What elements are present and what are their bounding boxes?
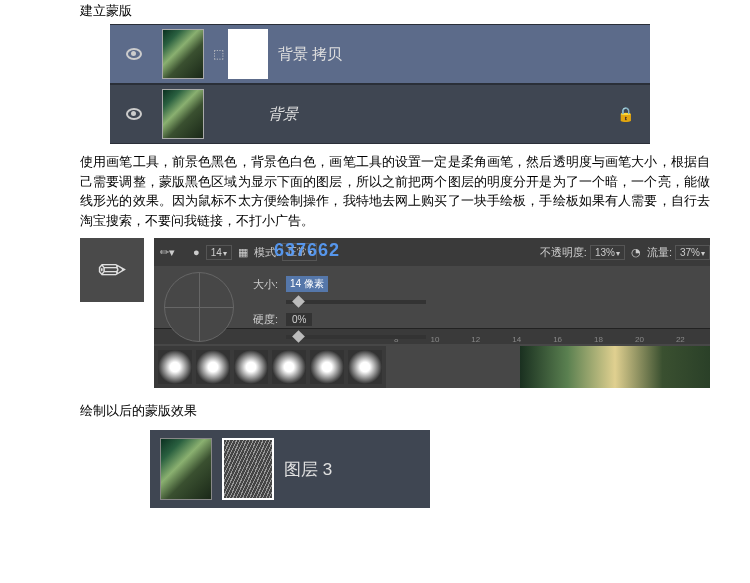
tool-preset-icon[interactable]: ✏▾ (160, 246, 175, 259)
visibility-toggle[interactable] (110, 48, 158, 60)
brush-angle-control[interactable] (164, 272, 234, 342)
layer-name[interactable]: 背景 拷贝 (278, 45, 650, 64)
brush-options-bar: 637662 ✏▾ ● 14 ▦ 模式: 正常 不透明度: 13% ◔ 流量: … (154, 238, 710, 388)
size-label: 大小: (244, 277, 278, 292)
layer-thumbnail[interactable] (162, 89, 204, 139)
flow-input[interactable]: 37% (675, 245, 710, 260)
tablet-pressure-opacity-icon[interactable]: ◔ (631, 246, 641, 259)
layers-panel: ⬚ 背景 拷贝 背景 🔒 (110, 24, 650, 144)
eye-icon (126, 108, 142, 120)
mask-thumbnail[interactable] (222, 438, 274, 500)
brush-size-dropdown[interactable]: 14 (206, 245, 232, 260)
layer-name[interactable]: 背景 (268, 105, 600, 124)
mask-link-icon[interactable]: ⬚ (208, 47, 228, 61)
opacity-input[interactable]: 13% (590, 245, 625, 260)
brush-preset[interactable] (158, 350, 192, 384)
layer-row-bg[interactable]: 背景 🔒 (110, 84, 650, 144)
layer-thumbnail[interactable] (160, 438, 212, 500)
flow-label: 流量: (647, 245, 672, 260)
layer-thumbnail[interactable] (162, 29, 204, 79)
heading-create-mask: 建立蒙版 (0, 0, 750, 24)
brush-preset[interactable] (196, 350, 230, 384)
brush-preset[interactable] (272, 350, 306, 384)
layer-name[interactable]: 图层 3 (284, 458, 332, 481)
brush-panel-icon[interactable]: ▦ (238, 246, 248, 259)
canvas-preview (520, 346, 710, 388)
brush-preset-list (154, 346, 386, 388)
hardness-value[interactable]: 0% (286, 313, 312, 326)
lock-icon: 🔒 (600, 106, 650, 122)
brush-preset[interactable] (348, 350, 382, 384)
hardness-label: 硬度: (244, 312, 278, 327)
opacity-label: 不透明度: (540, 245, 587, 260)
result-layer-row[interactable]: 图层 3 (150, 430, 430, 508)
hardness-slider[interactable] (286, 335, 426, 339)
layer-row-bg-copy[interactable]: ⬚ 背景 拷贝 (110, 24, 650, 84)
size-slider[interactable] (286, 300, 426, 304)
brush-preset[interactable] (234, 350, 268, 384)
brush-preview-icon[interactable]: ● (193, 246, 200, 258)
size-value[interactable]: 14 像素 (286, 276, 328, 292)
eye-icon (126, 48, 142, 60)
brush-tool-icon[interactable]: ✏ (80, 238, 144, 302)
visibility-toggle[interactable] (110, 108, 158, 120)
mask-thumbnail[interactable] (228, 29, 268, 79)
watermark-text: 637662 (274, 240, 340, 261)
instruction-paragraph: 使用画笔工具，前景色黑色，背景色白色，画笔工具的设置一定是柔角画笔，然后透明度与… (0, 144, 750, 238)
brush-preset[interactable] (310, 350, 344, 384)
heading-mask-result: 绘制以后的蒙版效果 (0, 388, 750, 424)
